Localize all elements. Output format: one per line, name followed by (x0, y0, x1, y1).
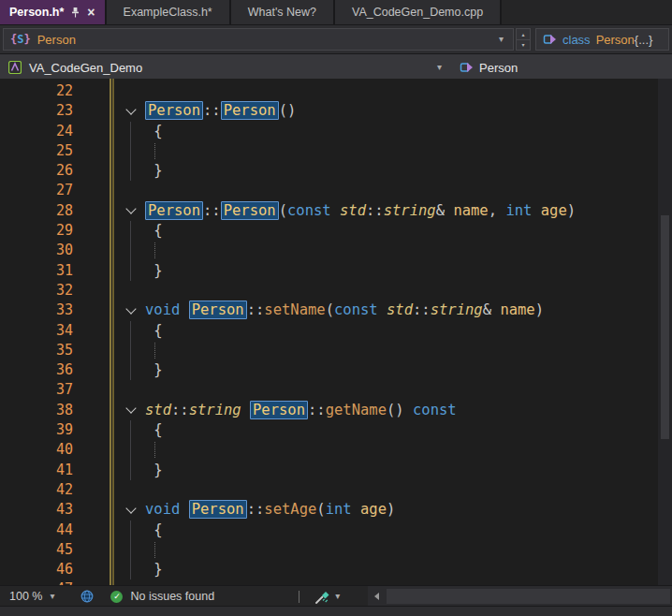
code-line-28[interactable]: 28Person::Person(const std::string& name… (0, 201, 657, 221)
spin-down-button[interactable]: ▾ (517, 39, 530, 51)
code-text: { (145, 123, 163, 139)
code-line-32[interactable]: 32 (0, 281, 657, 301)
tab-exampleclass-h[interactable]: ExampleClass.h* (107, 0, 231, 24)
code-line-46[interactable]: 46 } (0, 560, 657, 579)
line-number: 42 (0, 480, 73, 500)
code-line-39[interactable]: 39 { (0, 420, 657, 440)
broom-icon (314, 590, 330, 604)
chevron-down-icon[interactable]: ▾ (496, 35, 506, 44)
horizontal-scrollbar-thumb[interactable] (387, 589, 670, 604)
line-number: 36 (0, 360, 73, 380)
document-health-indicator[interactable]: ✓ No issues found (110, 590, 214, 603)
indent-guide (154, 143, 155, 159)
fold-extent-line (130, 420, 131, 440)
live-share-icon[interactable] (80, 590, 94, 603)
braces-symbol-icon: {S} (10, 34, 31, 45)
code-text: } (145, 361, 163, 378)
chevron-down-icon[interactable]: ▾ (434, 63, 445, 72)
code-text: } (145, 462, 163, 478)
code-line-41[interactable]: 41 } (0, 461, 657, 480)
code-text (145, 342, 155, 359)
code-text (145, 541, 155, 558)
fold-chevron-icon[interactable] (122, 301, 140, 320)
code-text: } (145, 162, 163, 179)
code-line-22[interactable]: 22 (0, 81, 657, 101)
code-text: { (145, 521, 163, 538)
symbol-indicator[interactable]: Person (460, 61, 518, 75)
code-line-30[interactable]: 30 (0, 241, 657, 260)
fold-extent-line (130, 221, 131, 241)
close-tab-icon[interactable]: × (87, 6, 95, 19)
code-line-36[interactable]: 36 } (0, 360, 657, 380)
code-editor[interactable]: 2223Person::Person()24 {25 26 }2728Perso… (0, 79, 672, 586)
code-line-25[interactable]: 25 (0, 141, 657, 161)
code-line-24[interactable]: 24 { (0, 122, 657, 141)
indent-guide (154, 343, 155, 359)
code-line-45[interactable]: 45 (0, 540, 657, 560)
member-dropdown[interactable]: {S} Person ▾ (3, 28, 514, 51)
line-number: 41 (0, 461, 73, 480)
spin-up-button[interactable]: ▴ (517, 29, 530, 39)
navigation-bar-member: {S} Person ▾ ▴ ▾ class Person{...} (0, 24, 672, 53)
line-number: 46 (0, 560, 73, 579)
file-dropdown[interactable]: VA_CodeGen_Demo ▾ (3, 56, 450, 79)
line-number: 33 (0, 301, 73, 320)
line-number: 29 (0, 221, 73, 241)
context-field[interactable]: class Person{...} (535, 28, 669, 51)
tab-person-h[interactable]: Person.h*× (0, 0, 107, 24)
fold-chevron-icon[interactable] (122, 500, 140, 520)
line-number: 26 (0, 161, 73, 181)
fold-extent-line (130, 560, 131, 579)
visual-assist-icon (8, 61, 22, 74)
code-cleanup-button[interactable]: ▾ (314, 590, 340, 604)
line-number: 40 (0, 440, 73, 460)
code-line-29[interactable]: 29 { (0, 221, 657, 241)
code-line-31[interactable]: 31 } (0, 261, 657, 281)
chevron-down-icon: ▾ (335, 592, 340, 601)
code-line-44[interactable]: 44 { (0, 521, 657, 540)
line-number: 34 (0, 321, 73, 341)
tab-what-s-new[interactable]: What's New? (231, 0, 335, 24)
code-line-26[interactable]: 26 } (0, 161, 657, 181)
tab-label: ExampleClass.h* (124, 6, 212, 19)
zoom-select[interactable]: 100 % ▾ (0, 586, 64, 607)
fold-extent-line (130, 241, 131, 260)
tab-label: What's New? (248, 6, 316, 19)
code-line-35[interactable]: 35 (0, 341, 657, 360)
code-text: { (145, 322, 163, 339)
code-line-33[interactable]: 33void Person::setName(const std::string… (0, 301, 657, 320)
horizontal-scrollbar[interactable] (368, 586, 672, 607)
fold-extent-line (130, 521, 131, 540)
code-text: { (145, 222, 163, 239)
editor-status-bar: 100 % ▾ ✓ No issues found ▾ (0, 585, 672, 607)
code-line-37[interactable]: 37 (0, 380, 657, 400)
indent-guide (154, 442, 155, 458)
line-number: 45 (0, 540, 73, 560)
code-line-23[interactable]: 23Person::Person() (0, 101, 657, 121)
pin-icon[interactable] (71, 7, 80, 18)
divider (299, 591, 299, 603)
tab-va-codegen-demo-cpp[interactable]: VA_CodeGen_Demo.cpp (335, 0, 502, 24)
fold-chevron-icon[interactable] (122, 201, 140, 221)
fold-chevron-icon[interactable] (122, 101, 140, 121)
tab-bar: Person.h*×ExampleClass.h*What's New?VA_C… (0, 0, 672, 24)
code-line-27[interactable]: 27 (0, 181, 657, 200)
code-text (145, 142, 155, 159)
zoom-value: 100 % (9, 590, 42, 603)
code-line-40[interactable]: 40 (0, 440, 657, 460)
code-line-38[interactable]: 38std::string Person::getName() const (0, 401, 657, 420)
fold-chevron-icon[interactable] (122, 401, 140, 420)
scroll-left-button[interactable] (368, 586, 385, 607)
chevron-down-icon: ▾ (50, 592, 54, 601)
code-line-42[interactable]: 42 (0, 480, 657, 500)
context-suffix: {...} (635, 33, 653, 47)
vertical-scrollbar[interactable] (658, 79, 672, 586)
member-dropdown-value: Person (37, 33, 76, 47)
code-line-34[interactable]: 34 { (0, 321, 657, 341)
code-text: { (145, 421, 163, 438)
line-number: 37 (0, 380, 73, 400)
code-line-43[interactable]: 43void Person::setAge(int age) (0, 500, 657, 520)
line-number: 35 (0, 341, 73, 360)
vertical-scrollbar-thumb[interactable] (661, 215, 669, 438)
member-spinner: ▴ ▾ (516, 28, 531, 51)
